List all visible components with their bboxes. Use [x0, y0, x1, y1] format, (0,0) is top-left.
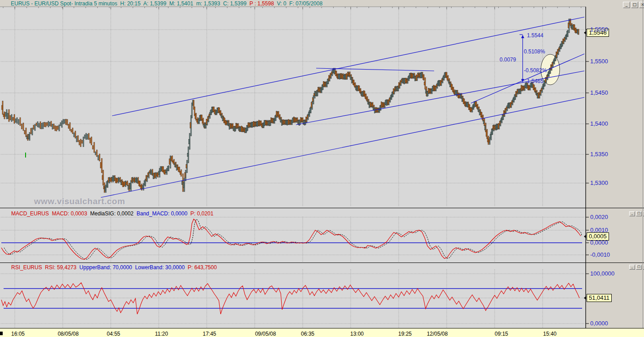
candle [176, 165, 177, 171]
candle [37, 122, 38, 127]
candle [298, 120, 299, 124]
candle [280, 118, 281, 122]
candle [501, 118, 502, 122]
candle [213, 107, 214, 111]
candle [420, 73, 421, 77]
candle [30, 128, 31, 134]
candle [44, 122, 45, 127]
candle [306, 117, 307, 123]
candle [91, 137, 92, 145]
candle [232, 124, 233, 127]
candle [300, 118, 301, 122]
macd-header-part: P: 0,0201 [191, 210, 213, 217]
candle [497, 124, 498, 130]
candle [86, 133, 87, 140]
candle [148, 173, 148, 177]
candle [502, 115, 503, 119]
candle [218, 108, 219, 113]
macd-header-part: Band_MACD: 0,0000 [136, 210, 190, 217]
candle [153, 173, 154, 179]
resize-handle[interactable] [0, 332, 3, 335]
candle [450, 82, 451, 87]
candle [360, 89, 361, 93]
candle [442, 79, 443, 82]
candle [443, 76, 444, 79]
candle [465, 102, 466, 106]
candle [146, 175, 147, 181]
candle [494, 126, 495, 129]
time-axis-date-label: 08/05/08 [58, 331, 79, 337]
candle [198, 119, 199, 123]
candle [319, 88, 320, 92]
candle [29, 132, 30, 140]
candle [356, 86, 357, 90]
candle [487, 138, 488, 142]
candle [548, 72, 549, 76]
candle [187, 153, 188, 157]
macd-header-part: MACD_EURUS MACD: 0,0003 [11, 210, 90, 217]
candle [399, 83, 400, 88]
candle [288, 119, 289, 125]
candle [556, 52, 557, 57]
candle [572, 25, 573, 29]
annotation-up-percent: 0.5108% [524, 48, 545, 55]
candle [182, 181, 183, 184]
candle [455, 91, 456, 95]
candle [477, 105, 478, 108]
candle [56, 126, 57, 131]
candle [102, 175, 103, 179]
candle [553, 60, 554, 63]
candle [393, 89, 394, 94]
candle [224, 117, 225, 123]
candle [167, 166, 168, 171]
candle [331, 72, 332, 74]
candle [322, 85, 323, 90]
candle [348, 72, 348, 76]
candle [222, 116, 223, 121]
candle [119, 178, 120, 181]
candle [448, 80, 449, 83]
candle [142, 185, 143, 188]
candle [243, 127, 244, 131]
candle [489, 140, 490, 142]
chart-canvas[interactable] [0, 0, 644, 337]
candle [271, 118, 272, 123]
candle [524, 87, 525, 89]
candle [552, 62, 553, 66]
candle [396, 87, 397, 90]
candle [483, 121, 484, 124]
candle [43, 123, 44, 129]
candle [265, 120, 266, 125]
candle [92, 145, 93, 149]
candle [278, 112, 278, 116]
candle [252, 123, 253, 128]
candle [463, 99, 464, 104]
candle [299, 120, 300, 126]
candle [186, 165, 187, 168]
candle [403, 79, 404, 83]
candle [78, 136, 78, 142]
candle [209, 114, 210, 117]
candle [235, 127, 235, 132]
candle [28, 134, 29, 139]
candle [111, 177, 112, 182]
candle [107, 180, 108, 188]
candle [431, 90, 432, 93]
candle [473, 105, 474, 109]
macd-axis-label: -0,0010 [590, 251, 610, 258]
candle [275, 116, 276, 120]
candle [575, 28, 576, 32]
candle [75, 131, 76, 138]
candle [70, 123, 70, 131]
candle [346, 74, 347, 79]
candle [544, 81, 545, 87]
candle [314, 93, 315, 96]
candle [165, 170, 166, 173]
candle [504, 110, 505, 116]
candle [339, 74, 340, 79]
candle [48, 121, 49, 127]
candle [453, 88, 453, 92]
candle [377, 108, 378, 112]
candle [412, 74, 413, 78]
candle [426, 90, 426, 93]
